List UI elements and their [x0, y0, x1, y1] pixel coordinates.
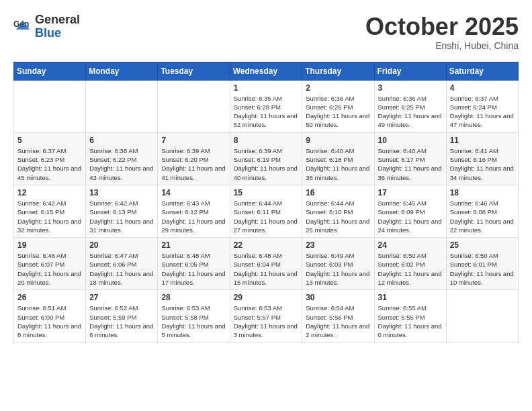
calendar-week-row: 26 Sunrise: 6:51 AMSunset: 6:00 PMDaylig… [14, 290, 519, 342]
day-info: Sunrise: 6:48 AMSunset: 6:04 PMDaylight:… [234, 251, 299, 287]
day-info: Sunrise: 6:48 AMSunset: 6:05 PMDaylight:… [161, 251, 226, 287]
calendar-cell: 8 Sunrise: 6:39 AMSunset: 6:19 PMDayligh… [230, 132, 302, 185]
day-number: 2 [306, 83, 370, 93]
calendar-cell [14, 80, 86, 132]
calendar-cell: 3 Sunrise: 6:36 AMSunset: 6:25 PMDayligh… [374, 80, 446, 132]
day-number: 28 [161, 293, 226, 302]
calendar-cell: 31 Sunrise: 6:55 AMSunset: 5:55 PMDaylig… [374, 290, 446, 342]
col-header-sunday: Sunday [14, 62, 86, 80]
calendar-cell: 14 Sunrise: 6:43 AMSunset: 6:12 PMDaylig… [158, 185, 230, 237]
calendar-week-row: 1 Sunrise: 6:35 AMSunset: 6:28 PMDayligh… [14, 80, 519, 132]
day-info: Sunrise: 6:47 AMSunset: 6:06 PMDaylight:… [89, 251, 154, 287]
calendar-cell [86, 80, 158, 132]
day-info: Sunrise: 6:53 AMSunset: 5:58 PMDaylight:… [161, 304, 226, 339]
day-info: Sunrise: 6:43 AMSunset: 6:12 PMDaylight:… [161, 199, 226, 234]
calendar-cell: 28 Sunrise: 6:53 AMSunset: 5:58 PMDaylig… [158, 290, 230, 342]
logo-general: General [35, 13, 80, 26]
calendar-cell: 26 Sunrise: 6:51 AMSunset: 6:00 PMDaylig… [14, 290, 86, 342]
day-number: 16 [306, 188, 370, 197]
day-number: 25 [450, 240, 515, 250]
day-info: Sunrise: 6:54 AMSunset: 5:56 PMDaylight:… [306, 304, 370, 339]
day-info: Sunrise: 6:50 AMSunset: 6:01 PMDaylight:… [450, 251, 515, 287]
title-block: October 2025 Enshi, Hubei, China [365, 13, 519, 51]
day-info: Sunrise: 6:36 AMSunset: 6:25 PMDaylight:… [378, 94, 443, 130]
calendar-cell: 21 Sunrise: 6:48 AMSunset: 6:05 PMDaylig… [158, 238, 230, 290]
calendar-week-row: 5 Sunrise: 6:37 AMSunset: 6:23 PMDayligh… [14, 132, 519, 185]
day-number: 13 [89, 188, 154, 197]
calendar-cell: 1 Sunrise: 6:35 AMSunset: 6:28 PMDayligh… [230, 80, 302, 132]
calendar-cell [158, 80, 230, 132]
day-number: 9 [306, 136, 370, 145]
day-number: 14 [161, 188, 226, 197]
day-number: 6 [89, 136, 154, 145]
day-info: Sunrise: 6:53 AMSunset: 5:57 PMDaylight:… [234, 304, 299, 339]
calendar-cell: 9 Sunrise: 6:40 AMSunset: 6:18 PMDayligh… [302, 132, 374, 185]
location: Enshi, Hubei, China [365, 40, 519, 51]
day-number: 11 [450, 136, 515, 145]
day-info: Sunrise: 6:44 AMSunset: 6:10 PMDaylight:… [306, 199, 370, 234]
calendar-cell: 16 Sunrise: 6:44 AMSunset: 6:10 PMDaylig… [302, 185, 374, 237]
col-header-thursday: Thursday [302, 62, 374, 80]
calendar-cell: 10 Sunrise: 6:40 AMSunset: 6:17 PMDaylig… [374, 132, 446, 185]
calendar-table: SundayMondayTuesdayWednesdayThursdayFrid… [13, 62, 519, 343]
day-info: Sunrise: 6:46 AMSunset: 6:07 PMDaylight:… [17, 251, 82, 287]
day-info: Sunrise: 6:49 AMSunset: 6:03 PMDaylight:… [306, 251, 370, 287]
calendar-cell: 29 Sunrise: 6:53 AMSunset: 5:57 PMDaylig… [230, 290, 302, 342]
calendar-cell: 27 Sunrise: 6:52 AMSunset: 5:59 PMDaylig… [86, 290, 158, 342]
day-number: 20 [89, 240, 154, 250]
day-number: 8 [234, 136, 299, 145]
day-info: Sunrise: 6:51 AMSunset: 6:00 PMDaylight:… [17, 304, 82, 339]
day-number: 12 [17, 188, 82, 197]
day-info: Sunrise: 6:46 AMSunset: 6:08 PMDaylight:… [450, 199, 515, 234]
day-number: 3 [378, 83, 443, 93]
calendar-cell: 22 Sunrise: 6:48 AMSunset: 6:04 PMDaylig… [230, 238, 302, 290]
day-number: 7 [161, 136, 226, 145]
day-number: 5 [17, 136, 82, 145]
day-info: Sunrise: 6:37 AMSunset: 6:24 PMDaylight:… [450, 94, 515, 130]
day-number: 30 [306, 293, 370, 302]
day-number: 10 [378, 136, 443, 145]
calendar-cell: 23 Sunrise: 6:49 AMSunset: 6:03 PMDaylig… [302, 238, 374, 290]
day-number: 4 [450, 83, 515, 93]
col-header-tuesday: Tuesday [158, 62, 230, 80]
day-info: Sunrise: 6:39 AMSunset: 6:19 PMDaylight:… [234, 146, 299, 182]
calendar-cell: 6 Sunrise: 6:38 AMSunset: 6:22 PMDayligh… [86, 132, 158, 185]
day-number: 17 [378, 188, 443, 197]
calendar-cell: 12 Sunrise: 6:42 AMSunset: 6:15 PMDaylig… [14, 185, 86, 237]
calendar-cell: 2 Sunrise: 6:36 AMSunset: 6:26 PMDayligh… [302, 80, 374, 132]
page-header: Gen General Blue October 2025 Enshi, Hub… [13, 13, 519, 51]
calendar-cell: 4 Sunrise: 6:37 AMSunset: 6:24 PMDayligh… [446, 80, 518, 132]
calendar-cell: 13 Sunrise: 6:42 AMSunset: 6:13 PMDaylig… [86, 185, 158, 237]
day-info: Sunrise: 6:42 AMSunset: 6:15 PMDaylight:… [17, 199, 82, 234]
day-number: 1 [234, 83, 299, 93]
calendar-cell: 17 Sunrise: 6:45 AMSunset: 6:09 PMDaylig… [374, 185, 446, 237]
logo-text: General Blue [35, 13, 80, 40]
calendar-header-row: SundayMondayTuesdayWednesdayThursdayFrid… [14, 62, 519, 80]
col-header-friday: Friday [374, 62, 446, 80]
calendar-cell: 15 Sunrise: 6:44 AMSunset: 6:11 PMDaylig… [230, 185, 302, 237]
day-number: 29 [234, 293, 299, 302]
day-info: Sunrise: 6:36 AMSunset: 6:26 PMDaylight:… [306, 94, 370, 130]
logo-icon: Gen [13, 17, 32, 36]
logo-blue: Blue [35, 26, 61, 40]
calendar-week-row: 19 Sunrise: 6:46 AMSunset: 6:07 PMDaylig… [14, 238, 519, 290]
day-number: 18 [450, 188, 515, 197]
col-header-monday: Monday [86, 62, 158, 80]
calendar-cell: 30 Sunrise: 6:54 AMSunset: 5:56 PMDaylig… [302, 290, 374, 342]
day-number: 22 [234, 240, 299, 250]
day-info: Sunrise: 6:35 AMSunset: 6:28 PMDaylight:… [234, 94, 299, 130]
day-info: Sunrise: 6:55 AMSunset: 5:55 PMDaylight:… [378, 304, 443, 339]
day-info: Sunrise: 6:38 AMSunset: 6:22 PMDaylight:… [89, 146, 154, 182]
day-info: Sunrise: 6:52 AMSunset: 5:59 PMDaylight:… [89, 304, 154, 339]
calendar-cell: 5 Sunrise: 6:37 AMSunset: 6:23 PMDayligh… [14, 132, 86, 185]
col-header-wednesday: Wednesday [230, 62, 302, 80]
calendar-cell: 18 Sunrise: 6:46 AMSunset: 6:08 PMDaylig… [446, 185, 518, 237]
day-info: Sunrise: 6:45 AMSunset: 6:09 PMDaylight:… [378, 199, 443, 234]
day-info: Sunrise: 6:40 AMSunset: 6:18 PMDaylight:… [306, 146, 370, 182]
day-number: 31 [378, 293, 443, 302]
calendar-cell: 19 Sunrise: 6:46 AMSunset: 6:07 PMDaylig… [14, 238, 86, 290]
day-info: Sunrise: 6:50 AMSunset: 6:02 PMDaylight:… [378, 251, 443, 287]
day-info: Sunrise: 6:44 AMSunset: 6:11 PMDaylight:… [234, 199, 299, 234]
col-header-saturday: Saturday [446, 62, 518, 80]
day-info: Sunrise: 6:37 AMSunset: 6:23 PMDaylight:… [17, 146, 82, 182]
